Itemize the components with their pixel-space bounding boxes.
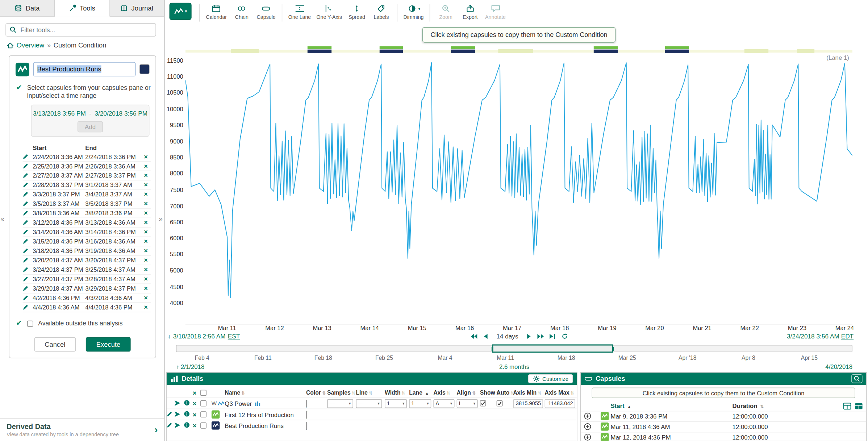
item-color-swatch[interactable] [306, 399, 307, 407]
stats-table-icon[interactable] [843, 402, 851, 409]
col-samples[interactable]: Samples⇅ [327, 390, 356, 396]
derived-data-section[interactable]: Derived Data View data created by tools … [0, 418, 164, 441]
toolbar-export-button[interactable]: Export [458, 3, 482, 20]
edit-capsule-icon[interactable] [23, 154, 28, 159]
capsules-col-start[interactable]: Start ▲ [610, 403, 732, 409]
item-name[interactable]: Q3 Power [225, 400, 306, 407]
step-forward-large-icon[interactable] [537, 333, 545, 339]
remove-item-icon[interactable]: × [193, 411, 200, 418]
condition-capsule-bar[interactable] [665, 46, 689, 49]
toolbar-dimming-button[interactable]: ▾ Dimming [401, 3, 426, 20]
tab-tools[interactable]: Tools [55, 0, 109, 17]
selection-left-grip[interactable] [492, 347, 493, 351]
toolbar-annotate-button[interactable]: Annotate [482, 3, 508, 20]
edit-capsule-icon[interactable] [23, 220, 28, 225]
toolbar-labels-button[interactable]: Labels [369, 3, 393, 20]
toolbar-one-y-axis-button[interactable]: One Y-Axis [314, 3, 345, 20]
edit-capsule-icon[interactable] [23, 163, 28, 169]
delete-capsule-icon[interactable]: × [138, 154, 148, 159]
select-all-checkbox[interactable] [200, 390, 206, 396]
delete-capsule-icon[interactable]: × [138, 276, 148, 282]
show-checkbox[interactable] [480, 400, 486, 406]
toolbar-spread-button[interactable]: Spread [345, 3, 369, 20]
toolbar-zoom-button[interactable]: Zoom [434, 3, 458, 20]
toolbar-capsule-button[interactable]: Capsule [254, 3, 278, 20]
align-select[interactable]: L▾ [457, 399, 478, 408]
y-axis[interactable]: 1150011000105001000095009000850080007500… [165, 57, 183, 306]
signal-line[interactable] [185, 63, 852, 298]
cancel-button[interactable]: Cancel [34, 337, 76, 352]
col-axis-min[interactable]: Axis Min⇅ [513, 390, 544, 396]
capsule-panel-row[interactable]: Mar 12, 2018 4:36 PM 12:00:00.000 [581, 432, 866, 441]
axis-select[interactable]: A▾ [433, 399, 454, 408]
delete-capsule-icon[interactable]: × [138, 220, 148, 225]
refresh-icon[interactable] [562, 333, 568, 339]
delete-capsule-icon[interactable]: × [138, 239, 148, 244]
condition-capsule-bar[interactable] [380, 50, 403, 53]
delete-capsule-icon[interactable]: × [138, 201, 148, 207]
step-forward-icon[interactable] [525, 333, 533, 339]
range-start-link[interactable]: 3/13/2018 3:56 PM [33, 110, 86, 117]
filter-tools-input[interactable] [5, 23, 156, 37]
edit-capsule-icon[interactable] [23, 258, 28, 263]
add-capsule-icon[interactable] [584, 412, 591, 420]
edit-capsule-icon[interactable] [23, 201, 28, 207]
send-item-icon[interactable] [174, 400, 180, 405]
capsule-table-icon[interactable] [855, 402, 863, 409]
condition-capsule-bar[interactable] [665, 50, 689, 53]
timezone-link[interactable]: EDT [841, 333, 854, 339]
capsules-col-duration[interactable]: Duration ⇅ [733, 403, 831, 409]
tab-journal[interactable]: Journal [110, 0, 164, 16]
samples-style-select[interactable]: —▾ [327, 399, 353, 408]
overview-timebar[interactable] [176, 345, 852, 352]
edit-item-icon[interactable] [167, 411, 172, 417]
axis-min-input[interactable]: 3815.9055 [513, 399, 543, 408]
lane-select[interactable]: 1▾ [409, 399, 431, 408]
delete-capsule-icon[interactable]: × [138, 163, 148, 169]
delete-capsule-icon[interactable]: × [138, 286, 148, 291]
condition-capsule-bar[interactable] [594, 50, 618, 53]
add-capsule-icon[interactable] [584, 423, 591, 430]
col-axis[interactable]: Axis⇅ [433, 390, 456, 396]
display-range-duration[interactable]: 14 days [496, 333, 518, 339]
line-style-select[interactable]: —▾ [356, 399, 382, 408]
capsule-panel-row[interactable]: Mar 11, 2018 4:36 AM 12:00:00.000 [581, 421, 866, 432]
delete-capsule-icon[interactable]: × [138, 192, 148, 197]
home-icon[interactable] [7, 42, 14, 49]
delete-capsule-icon[interactable]: × [138, 295, 148, 300]
item-name[interactable]: First 12 Hrs of Production [225, 411, 306, 418]
edit-capsule-icon[interactable] [23, 286, 28, 291]
condition-capsule-bar[interactable] [308, 46, 331, 49]
delete-capsule-icon[interactable]: × [138, 248, 148, 254]
zoom-to-capsule-button[interactable] [851, 374, 863, 383]
col-axis-max[interactable]: Axis Max⇅ [545, 390, 577, 396]
condition-capsule-bar[interactable] [308, 50, 331, 53]
edit-capsule-icon[interactable] [23, 229, 28, 235]
breadcrumb-overview-link[interactable]: Overview [17, 42, 44, 49]
trend-chart[interactable]: (Lane 1) [185, 44, 852, 324]
toolbar-one-lane-button[interactable]: One Lane [285, 3, 314, 20]
edit-capsule-icon[interactable] [23, 304, 28, 310]
toolbar-chain-button[interactable]: Chain [230, 3, 254, 20]
selection-right-grip[interactable] [612, 347, 614, 351]
item-info-icon[interactable] [184, 411, 190, 417]
condition-capsule-bar[interactable] [451, 50, 475, 53]
trend-view-button[interactable]: ▾ [170, 3, 192, 20]
col-auto[interactable]: Auto⇅ [497, 390, 513, 396]
send-item-icon[interactable] [174, 422, 180, 428]
timebar-selection[interactable] [492, 344, 613, 353]
collapse-sidebar-icon[interactable]: » [159, 215, 163, 222]
details-row[interactable]: × W Q3 Power —▾ —▾ 1▾ 1▾ A▾ L▾ 3815.9055… [167, 398, 577, 409]
investigate-end[interactable]: 4/20/2018 [176, 363, 852, 370]
col-color[interactable]: Color⇅ [306, 390, 327, 396]
item-name[interactable]: Best Production Runs [225, 422, 306, 429]
item-color-swatch[interactable] [306, 411, 307, 418]
customize-button[interactable]: Customize [528, 374, 573, 383]
delete-capsule-icon[interactable]: × [138, 258, 148, 263]
delete-capsule-icon[interactable]: × [138, 229, 148, 235]
edit-capsule-icon[interactable] [23, 173, 28, 178]
step-back-icon[interactable] [482, 333, 489, 339]
item-color-swatch[interactable] [306, 422, 307, 429]
select-item-checkbox[interactable] [200, 411, 206, 417]
col-line[interactable]: Line⇅ [356, 390, 385, 396]
